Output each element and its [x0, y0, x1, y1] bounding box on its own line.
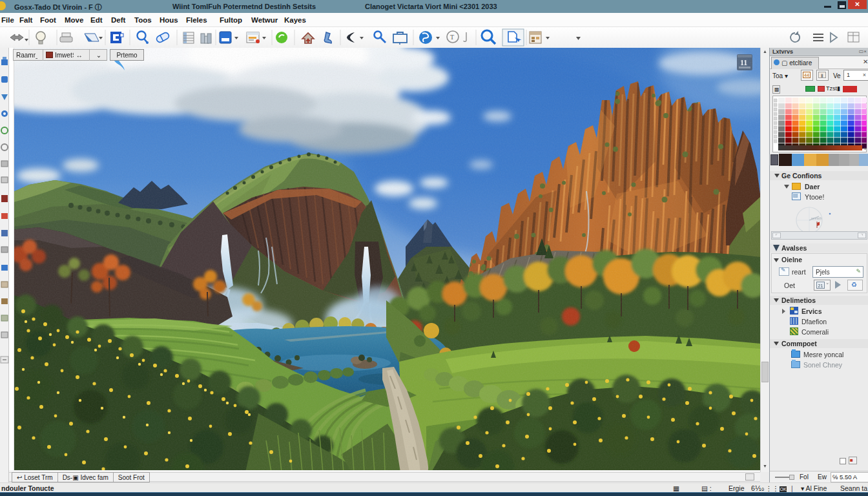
svg-text:wreath: wreath	[811, 216, 822, 220]
svg-text:T: T	[450, 34, 454, 41]
